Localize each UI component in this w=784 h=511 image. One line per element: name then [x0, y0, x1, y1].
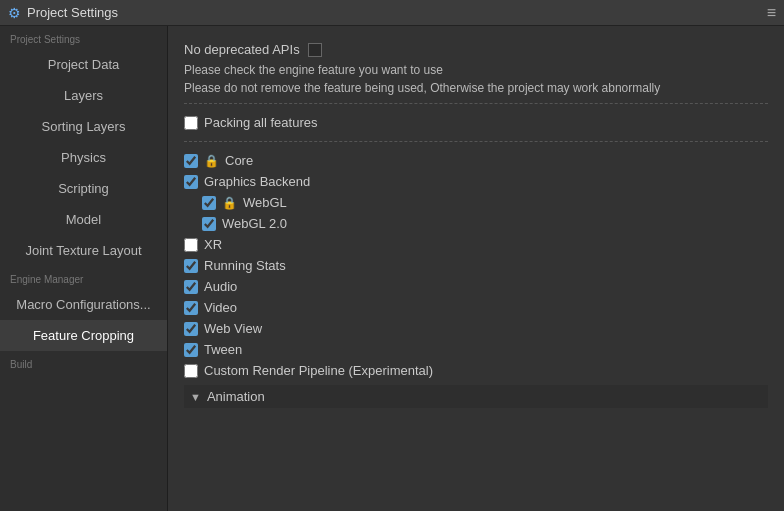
- feature-row-graphics-backend: Graphics Backend: [184, 171, 768, 192]
- feature-row-core: 🔒 Core: [184, 150, 768, 171]
- video-checkbox[interactable]: [184, 301, 198, 315]
- sidebar-item-scripting[interactable]: Scripting: [0, 173, 167, 204]
- core-checkbox[interactable]: [184, 154, 198, 168]
- packing-all-features-checkbox[interactable]: [184, 116, 198, 130]
- divider-top: [184, 103, 768, 104]
- feature-list: 🔒 Core Graphics Backend 🔒 WebGL WebGL 2.…: [184, 150, 768, 408]
- no-deprecated-apis-checkbox[interactable]: [308, 43, 322, 57]
- audio-checkbox[interactable]: [184, 280, 198, 294]
- web-view-checkbox[interactable]: [184, 322, 198, 336]
- video-label: Video: [204, 300, 237, 315]
- divider-features: [184, 141, 768, 142]
- xr-label: XR: [204, 237, 222, 252]
- sidebar-section-project-settings: Project Settings: [0, 26, 167, 49]
- no-deprecated-apis-label: No deprecated APIs: [184, 42, 300, 57]
- webgl-checkbox[interactable]: [202, 196, 216, 210]
- running-stats-checkbox[interactable]: [184, 259, 198, 273]
- feature-row-video: Video: [184, 297, 768, 318]
- graphics-backend-checkbox[interactable]: [184, 175, 198, 189]
- webgl2-checkbox[interactable]: [202, 217, 216, 231]
- webgl-lock-icon: 🔒: [222, 196, 237, 210]
- sidebar-item-feature-cropping[interactable]: Feature Cropping: [0, 320, 167, 351]
- hamburger-icon[interactable]: ≡: [767, 4, 776, 22]
- feature-row-audio: Audio: [184, 276, 768, 297]
- webgl2-label: WebGL 2.0: [222, 216, 287, 231]
- content-area: No deprecated APIs Please check the engi…: [168, 26, 784, 511]
- window-title: Project Settings: [27, 5, 118, 20]
- audio-label: Audio: [204, 279, 237, 294]
- feature-row-webgl: 🔒 WebGL: [184, 192, 768, 213]
- sidebar-item-sorting-layers[interactable]: Sorting Layers: [0, 111, 167, 142]
- do-not-remove-text: Please do not remove the feature being u…: [184, 81, 768, 95]
- sidebar-item-macro-configurations[interactable]: Macro Configurations...: [0, 289, 167, 320]
- animation-chevron-icon: ▼: [190, 391, 201, 403]
- web-view-label: Web View: [204, 321, 262, 336]
- running-stats-label: Running Stats: [204, 258, 286, 273]
- tween-checkbox[interactable]: [184, 343, 198, 357]
- feature-row-tween: Tween: [184, 339, 768, 360]
- sidebar-section-engine-manager: Engine Manager: [0, 266, 167, 289]
- check-engine-text: Please check the engine feature you want…: [184, 63, 768, 77]
- sidebar-item-joint-texture-layout[interactable]: Joint Texture Layout: [0, 235, 167, 266]
- feature-row-custom-render-pipeline: Custom Render Pipeline (Experimental): [184, 360, 768, 381]
- xr-checkbox[interactable]: [184, 238, 198, 252]
- animation-section-label: Animation: [207, 389, 265, 404]
- packing-all-features-label: Packing all features: [204, 115, 317, 130]
- graphics-backend-label: Graphics Backend: [204, 174, 310, 189]
- custom-render-pipeline-label: Custom Render Pipeline (Experimental): [204, 363, 433, 378]
- sidebar-item-physics[interactable]: Physics: [0, 142, 167, 173]
- title-bar: ⚙ Project Settings ≡: [0, 0, 784, 26]
- gear-icon: ⚙: [8, 5, 21, 21]
- sidebar-section-build: Build: [0, 351, 167, 374]
- packing-all-features-row: Packing all features: [184, 112, 768, 133]
- sidebar-item-layers[interactable]: Layers: [0, 80, 167, 111]
- no-deprecated-apis-row: No deprecated APIs: [184, 42, 768, 57]
- sidebar-item-model[interactable]: Model: [0, 204, 167, 235]
- feature-row-web-view: Web View: [184, 318, 768, 339]
- sidebar-item-project-data[interactable]: Project Data: [0, 49, 167, 80]
- feature-row-running-stats: Running Stats: [184, 255, 768, 276]
- feature-row-webgl2: WebGL 2.0: [184, 213, 768, 234]
- title-bar-left: ⚙ Project Settings: [8, 5, 118, 21]
- core-label: Core: [225, 153, 253, 168]
- custom-render-pipeline-checkbox[interactable]: [184, 364, 198, 378]
- main-layout: Project Settings Project Data Layers Sor…: [0, 26, 784, 511]
- core-lock-icon: 🔒: [204, 154, 219, 168]
- sidebar: Project Settings Project Data Layers Sor…: [0, 26, 168, 511]
- webgl-label: WebGL: [243, 195, 287, 210]
- animation-section-header[interactable]: ▼ Animation: [184, 385, 768, 408]
- tween-label: Tween: [204, 342, 242, 357]
- feature-row-xr: XR: [184, 234, 768, 255]
